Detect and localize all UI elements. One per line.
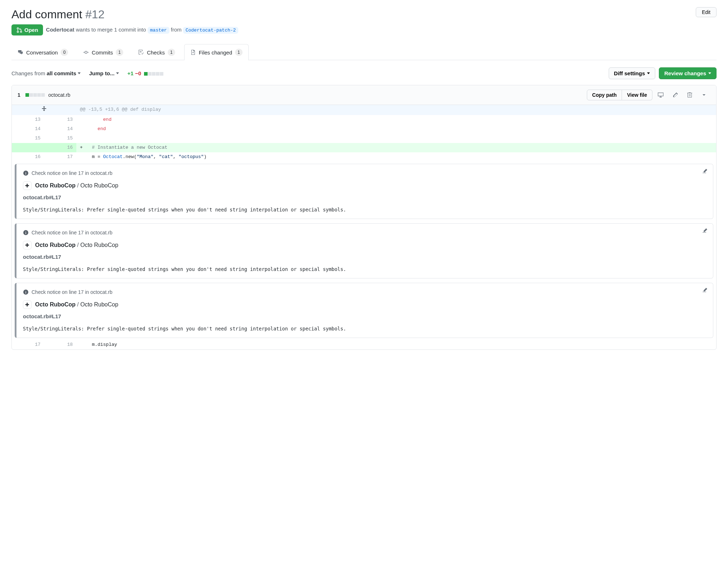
- annotation-header: Check notice on line 17 in octocat.rb: [23, 229, 707, 237]
- pr-number: #12: [85, 8, 104, 21]
- code-line: + # Instantiate a new Octocat: [76, 143, 716, 152]
- new-line-num: 15: [44, 134, 76, 143]
- old-line-num: [12, 143, 44, 152]
- pr-title: Add comment #12: [11, 7, 105, 22]
- pencil-icon[interactable]: [669, 89, 682, 101]
- annotation-location: octocat.rb#L17: [23, 253, 707, 261]
- comment-discussion-icon: [18, 49, 23, 55]
- check-annotation: Check notice on line 17 in octocat.rb✚Oc…: [15, 164, 713, 219]
- diff-toolbar: Changes from all commits Jump to... +1 −…: [11, 67, 717, 79]
- desktop-icon[interactable]: [654, 89, 667, 101]
- head-branch[interactable]: Codertocat-patch-2: [183, 27, 238, 34]
- tab-commits[interactable]: Commits 1: [77, 44, 129, 60]
- file-change-count: 1: [18, 92, 20, 98]
- diffstat: +1 −0: [128, 70, 164, 76]
- state-open-badge: Open: [11, 24, 43, 35]
- hunk-header-row: @@ -13,5 +13,6 @@ def display: [12, 105, 716, 115]
- jump-to-dropdown[interactable]: Jump to...: [89, 70, 119, 76]
- old-line-num: 16: [12, 152, 44, 162]
- annotation-edit-icon[interactable]: [702, 228, 708, 236]
- new-line-num: 16: [44, 143, 76, 152]
- file-diff-icon: [190, 49, 196, 55]
- caret-down-icon: [78, 72, 81, 74]
- trash-icon[interactable]: [683, 89, 696, 101]
- code-line: [76, 134, 716, 143]
- expand-icon[interactable]: [12, 105, 76, 115]
- diff-settings-button[interactable]: Diff settings: [609, 67, 656, 79]
- tab-count: 1: [168, 49, 175, 56]
- tab-conversation[interactable]: Conversation 0: [11, 44, 74, 60]
- chevron-down-icon[interactable]: [698, 89, 710, 101]
- diff-table: @@ -13,5 +13,6 @@ def display 1313 end14…: [12, 105, 716, 349]
- annotation-app: ✚Octo RuboCop / Octo RuboCop: [23, 300, 707, 309]
- code-line: m.display: [76, 340, 716, 349]
- caret-down-icon: [116, 72, 119, 74]
- old-line-num: 14: [12, 124, 44, 134]
- caret-down-icon: [708, 72, 711, 74]
- copy-path-button[interactable]: Copy path: [587, 90, 622, 100]
- checklist-icon: [138, 49, 144, 55]
- old-line-num: 17: [12, 340, 44, 349]
- file-diff-box: 1 octocat.rb Copy path View file @@ -13,…: [11, 85, 717, 350]
- tab-label: Commits: [92, 49, 113, 56]
- diff-row: 16+ # Instantiate a new Octocat: [12, 143, 716, 152]
- annotation-app: ✚Octo RuboCop / Octo RuboCop: [23, 181, 707, 190]
- base-branch[interactable]: master: [148, 27, 169, 34]
- pull-request-icon: [16, 27, 22, 33]
- file-name[interactable]: octocat.rb: [48, 92, 70, 98]
- pr-title-text: Add comment: [11, 8, 82, 21]
- annotation-message: Style/StringLiterals: Prefer single-quot…: [23, 325, 707, 333]
- tab-count: 0: [61, 49, 68, 56]
- code-line: end: [76, 124, 716, 134]
- tab-label: Conversation: [26, 49, 58, 56]
- diffstat-graph: [144, 72, 163, 76]
- annotation-message: Style/StringLiterals: Prefer single-quot…: [23, 265, 707, 273]
- view-file-button[interactable]: View file: [622, 90, 652, 100]
- annotation-header: Check notice on line 17 in octocat.rb: [23, 288, 707, 296]
- changes-from-dropdown[interactable]: Changes from all commits: [11, 70, 81, 76]
- file-diffstat-graph: [25, 93, 45, 97]
- app-avatar-icon: ✚: [23, 300, 32, 309]
- tab-checks[interactable]: Checks 1: [132, 44, 181, 60]
- code-line: m = Octocat.new("Mona", "cat", "octopus"…: [76, 152, 716, 162]
- diff-row: 1414 end: [12, 124, 716, 134]
- code-line: end: [76, 115, 716, 124]
- tab-nav: Conversation 0 Commits 1 Checks 1 Files …: [11, 44, 717, 60]
- diff-row: 1313 end: [12, 115, 716, 124]
- file-header: 1 octocat.rb Copy path View file: [12, 85, 716, 105]
- check-annotation: Check notice on line 17 in octocat.rb✚Oc…: [15, 283, 713, 338]
- tab-count: 1: [116, 49, 123, 56]
- tab-files-changed[interactable]: Files changed 1: [184, 44, 249, 60]
- annotation-message: Style/StringLiterals: Prefer single-quot…: [23, 206, 707, 214]
- new-line-num: 17: [44, 152, 76, 162]
- new-line-num: 14: [44, 124, 76, 134]
- annotation-edit-icon[interactable]: [702, 287, 708, 296]
- edit-button[interactable]: Edit: [696, 7, 717, 17]
- annotation-location: octocat.rb#L17: [23, 313, 707, 320]
- annotation-header: Check notice on line 17 in octocat.rb: [23, 169, 707, 177]
- app-avatar-icon: ✚: [23, 241, 32, 249]
- pr-meta-row: Open Codertocat wants to merge 1 commit …: [11, 24, 717, 35]
- additions-count: +1: [128, 70, 134, 76]
- diff-row: 1718 m.display: [12, 340, 716, 349]
- annotation-location: octocat.rb#L17: [23, 194, 707, 201]
- hunk-text: @@ -13,5 +13,6 @@ def display: [76, 105, 716, 115]
- commit-icon: [83, 49, 89, 55]
- tab-label: Checks: [147, 49, 165, 56]
- tab-count: 1: [235, 49, 243, 56]
- new-line-num: 13: [44, 115, 76, 124]
- diff-row: 1515: [12, 134, 716, 143]
- deletions-count: −0: [135, 70, 141, 76]
- review-changes-button[interactable]: Review changes: [659, 67, 717, 79]
- pr-author[interactable]: Codertocat: [46, 27, 74, 33]
- old-line-num: 15: [12, 134, 44, 143]
- state-label: Open: [24, 27, 38, 33]
- app-avatar-icon: ✚: [23, 181, 32, 190]
- annotation-edit-icon[interactable]: [702, 168, 708, 177]
- new-line-num: 18: [44, 340, 76, 349]
- merge-description: Codertocat wants to merge 1 commit into …: [46, 27, 238, 34]
- annotation-app: ✚Octo RuboCop / Octo RuboCop: [23, 241, 707, 249]
- check-annotation: Check notice on line 17 in octocat.rb✚Oc…: [15, 223, 713, 278]
- tab-label: Files changed: [199, 49, 232, 56]
- caret-down-icon: [647, 72, 650, 74]
